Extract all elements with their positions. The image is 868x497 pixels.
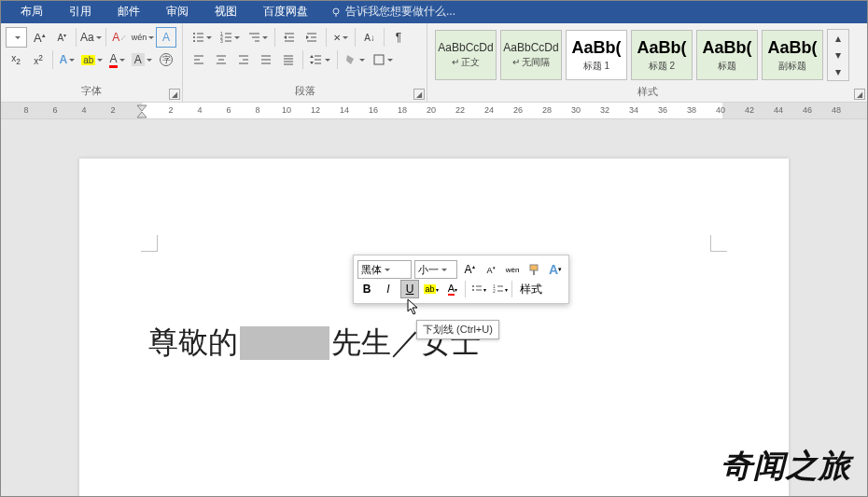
change-case-button[interactable]: Aa	[80, 27, 101, 48]
menu-view[interactable]: 视图	[202, 4, 250, 20]
svg-rect-49	[530, 265, 538, 270]
shrink-font-button[interactable]: A▾	[51, 27, 72, 48]
mini-styles-dropdown[interactable]: A▾	[546, 260, 565, 279]
number-list-button[interactable]: 123	[217, 27, 243, 48]
align-justify-button[interactable]	[256, 49, 276, 70]
style-normal[interactable]: AaBbCcDd↵ 正文	[435, 30, 497, 80]
svg-point-51	[472, 285, 474, 287]
document-area[interactable]: 尊敬的 先生／女士	[0, 119, 868, 497]
bulb-icon	[330, 7, 342, 18]
sort-button[interactable]: A↓	[359, 27, 380, 48]
character-border-button[interactable]: A	[156, 27, 176, 48]
style-title[interactable]: AaBb(标题	[696, 30, 758, 80]
bullet-list-button[interactable]	[189, 27, 215, 48]
shading-button[interactable]	[342, 49, 368, 70]
mini-numbering-button[interactable]: 12▾	[490, 280, 509, 298]
increase-indent-button[interactable]	[301, 27, 322, 48]
text-selection[interactable]	[240, 326, 329, 360]
align-distribute-button[interactable]	[278, 49, 299, 70]
font-dialog-launcher[interactable]: ◢	[169, 89, 180, 100]
watermark-text: 奇闻之旅	[721, 445, 851, 488]
text-before-selection: 尊敬的	[148, 323, 238, 364]
show-marks-button[interactable]: ¶	[388, 27, 409, 48]
svg-marker-24	[306, 35, 309, 39]
svg-rect-50	[533, 270, 535, 275]
tell-me-text: 告诉我您想要做什么...	[345, 4, 455, 20]
menu-bar: 布局 引用 邮件 审阅 视图 百度网盘 告诉我您想要做什么...	[0, 0, 868, 23]
mini-font-color-button[interactable]: A▾	[443, 280, 462, 298]
svg-text:3: 3	[220, 38, 223, 44]
mini-styles-button[interactable]: 样式	[515, 280, 547, 298]
underline-tooltip: 下划线 (Ctrl+U)	[416, 320, 499, 339]
margin-corner-tr	[710, 235, 727, 252]
align-center-button[interactable]	[211, 49, 231, 70]
menu-baidu[interactable]: 百度网盘	[250, 4, 321, 20]
tell-me[interactable]: 告诉我您想要做什么...	[330, 4, 455, 20]
styles-scroll-down[interactable]: ▾	[828, 47, 848, 63]
align-left-button[interactable]	[189, 49, 209, 70]
phonetic-guide-button[interactable]: wén	[132, 27, 154, 48]
svg-marker-47	[137, 105, 147, 111]
menu-references[interactable]: 引用	[56, 4, 105, 20]
borders-button[interactable]	[370, 49, 396, 70]
grow-font-button[interactable]: A▴	[29, 27, 49, 48]
multilevel-list-button[interactable]	[245, 27, 271, 48]
styles-group-label: 样式	[433, 83, 861, 101]
styles-dialog-launcher[interactable]: ◢	[854, 89, 865, 100]
svg-marker-20	[284, 35, 287, 39]
paragraph-dialog-launcher[interactable]: ◢	[413, 89, 425, 100]
asian-layout-button[interactable]: ✕	[330, 27, 351, 48]
svg-rect-46	[374, 55, 384, 64]
horizontal-ruler[interactable]: 8642246810121416182022242628303234363840…	[0, 103, 868, 119]
line-spacing-button[interactable]	[307, 49, 333, 70]
indent-marker[interactable]	[142, 103, 147, 119]
paragraph-group-label: 段落	[189, 82, 421, 100]
svg-point-2	[193, 33, 195, 35]
mini-phonetic[interactable]: wén	[503, 260, 522, 279]
menu-mail[interactable]: 邮件	[105, 4, 153, 20]
style-no-spacing[interactable]: AaBbCcDd↵ 无间隔	[500, 30, 562, 80]
svg-marker-48	[137, 112, 147, 117]
style-heading2[interactable]: AaBb(标题 2	[631, 30, 693, 80]
mini-shrink-font[interactable]: A▾	[482, 260, 500, 279]
highlight-button[interactable]: ab	[79, 49, 105, 70]
menu-layout[interactable]: 布局	[7, 4, 56, 20]
enclose-characters-button[interactable]: 字	[156, 49, 176, 70]
menu-review[interactable]: 审阅	[153, 4, 202, 20]
styles-scroll[interactable]: ▴ ▾ ▾	[827, 29, 849, 81]
text-effects-button[interactable]: A	[57, 49, 77, 70]
align-right-button[interactable]	[233, 49, 254, 70]
superscript-button[interactable]: x2	[28, 49, 49, 70]
style-heading1[interactable]: AaBb(标题 1	[566, 30, 627, 80]
mini-format-painter[interactable]	[525, 260, 543, 279]
svg-point-6	[193, 40, 195, 42]
margin-corner-tl	[141, 235, 158, 252]
styles-more[interactable]: ▾	[828, 63, 848, 80]
styles-scroll-up[interactable]: ▴	[828, 30, 848, 47]
svg-marker-44	[310, 55, 314, 58]
font-group-label: 字体	[6, 82, 176, 100]
mini-grow-font[interactable]: A▴	[460, 260, 479, 279]
svg-point-4	[193, 36, 195, 38]
font-color-button[interactable]: A	[106, 49, 127, 70]
svg-point-0	[333, 8, 339, 14]
style-subtitle[interactable]: AaBb(副标题	[762, 30, 823, 80]
mini-italic-button[interactable]: I	[379, 280, 398, 298]
svg-text:2: 2	[493, 288, 496, 294]
mini-font-combo[interactable]: 黑体	[357, 260, 412, 279]
mini-toolbar: 黑体 小一 A▴ A▾ wén A▾ B I U ab▾ A▾ ▾ 12▾ 样式	[353, 255, 569, 304]
mini-size-combo[interactable]: 小一	[414, 260, 457, 279]
styles-gallery[interactable]: AaBbCcDd↵ 正文 AaBbCcDd↵ 无间隔 AaBb(标题 1 AaB…	[433, 27, 861, 83]
mini-bold-button[interactable]: B	[357, 280, 376, 298]
mini-bullets-button[interactable]: ▾	[469, 280, 487, 298]
font-group: A▴ A▾ Aa A⟋ wén A x2 x2 A ab A A 字 字体 ◢	[0, 23, 183, 102]
mini-highlight-button[interactable]: ab▾	[422, 280, 441, 298]
character-shading-button[interactable]: A	[129, 49, 154, 70]
mini-underline-button[interactable]: U	[400, 280, 419, 298]
decrease-indent-button[interactable]	[279, 27, 300, 48]
clear-formatting-button[interactable]: A⟋	[109, 27, 130, 48]
styles-group: AaBbCcDd↵ 正文 AaBbCcDd↵ 无间隔 AaBb(标题 1 AaB…	[427, 23, 868, 102]
font-size-combo[interactable]	[6, 27, 27, 48]
paragraph-group: 123 ✕ A↓ ¶	[183, 23, 427, 102]
subscript-button[interactable]: x2	[6, 49, 26, 70]
